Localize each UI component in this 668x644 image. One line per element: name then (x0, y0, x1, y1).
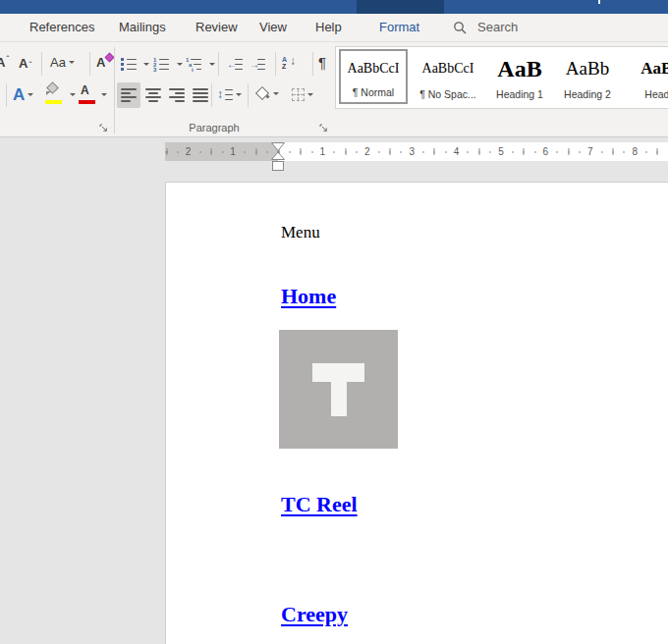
image-letter-t-stem (331, 363, 347, 416)
divider (41, 52, 42, 76)
clear-formatting-icon: A (96, 56, 105, 69)
link-home[interactable]: Home (281, 284, 336, 309)
text-effects-icon: A (13, 86, 25, 103)
paragraph-group-label: Paragraph (187, 122, 242, 134)
link-creepy[interactable]: Creepy (281, 602, 348, 627)
text-highlight-color-button[interactable] (45, 84, 63, 104)
chevron-down-icon (236, 93, 242, 96)
multilevel-list-button[interactable]: 1 a i (186, 57, 201, 71)
style-normal[interactable]: AaBbCcI ¶ Normal (339, 49, 408, 104)
indent-markers[interactable] (271, 142, 285, 172)
multilevel-list-icon: 1 a i (186, 57, 201, 71)
numbering-button[interactable]: 1 2 3 (153, 57, 169, 71)
chevron-down-icon[interactable] (209, 63, 215, 66)
ribbon: A ˆ A ˇ Aa A A (0, 42, 668, 137)
bullets-button[interactable] (121, 57, 137, 71)
style-preview: AaBbCcI (348, 51, 400, 86)
show-paragraph-marks-button[interactable]: ¶ (318, 55, 326, 70)
styles-gallery: AaBbCcI ¶ Normal AaBbCcI ¶ No Spac... Aa… (335, 46, 668, 109)
word-window: References Mailings Review View Help For… (0, 0, 668, 644)
search-box[interactable]: Search (477, 20, 518, 34)
line-spacing-button[interactable]: ↕ (217, 87, 242, 101)
document-page[interactable]: Menu Home TC Reel Creepy (165, 182, 668, 644)
style-heading-2[interactable]: AaBb Heading 2 (553, 49, 622, 104)
tab-mailings[interactable]: Mailings (119, 20, 166, 34)
document-area: 2 1 1 2 3 4 5 6 7 8 Menu Home TC Reel (0, 137, 668, 644)
align-center-button[interactable] (145, 88, 161, 102)
ribbon-tab-row: References Mailings Review View Help For… (0, 14, 668, 42)
style-preview: AaB (497, 49, 541, 88)
font-color-bar (79, 100, 95, 104)
borders-button[interactable] (292, 88, 313, 101)
caret-up-icon: ˆ (6, 55, 9, 64)
chevron-down-icon[interactable] (70, 93, 76, 96)
contextual-tab-header (357, 0, 444, 14)
ruler-number: 2 (184, 145, 194, 158)
title-bar (0, 0, 668, 14)
highlight-color-bar (45, 100, 62, 104)
divider (89, 52, 90, 76)
decrease-indent-button[interactable]: ← (227, 57, 243, 71)
tab-format[interactable]: Format (379, 20, 419, 34)
hanging-indent-marker (272, 152, 285, 160)
inline-image-placeholder[interactable] (279, 330, 398, 449)
style-preview: AaBb (566, 49, 609, 88)
tab-view[interactable]: View (259, 20, 287, 34)
justify-icon (193, 88, 208, 102)
text-effects-button[interactable]: A (13, 86, 33, 103)
justify-button[interactable] (193, 88, 208, 102)
paragraph-menu[interactable]: Menu (281, 223, 320, 242)
search-icon[interactable] (453, 21, 468, 35)
divider (312, 52, 313, 76)
sort-button[interactable]: A Z ↓ (282, 56, 298, 70)
divider (218, 52, 219, 76)
align-left-icon (121, 88, 137, 102)
change-case-button[interactable]: Aa (50, 56, 75, 69)
style-heading-1[interactable]: AaB Heading 1 (485, 49, 554, 104)
shading-button[interactable] (254, 86, 279, 101)
bullets-icon (121, 57, 137, 71)
tab-help[interactable]: Help (315, 20, 342, 34)
style-label: Heading 2 (564, 88, 611, 104)
chevron-down-icon (28, 93, 33, 96)
style-label: ¶ Normal (353, 86, 394, 102)
chevron-down-icon[interactable] (177, 63, 183, 66)
paragraph-dialog-launcher[interactable] (319, 124, 328, 133)
change-case-icon: Aa (50, 56, 66, 69)
align-left-button[interactable] (121, 88, 137, 102)
tab-references[interactable]: References (29, 20, 94, 34)
grow-font-button[interactable]: A ˆ (0, 56, 9, 69)
chevron-down-icon[interactable] (143, 63, 149, 66)
left-indent-marker (273, 162, 284, 171)
font-color-button[interactable]: A (79, 84, 96, 104)
divider (211, 83, 212, 107)
link-tc-reel[interactable]: TC Reel (281, 492, 358, 517)
ruler-number: 7 (585, 145, 595, 158)
sort-icon: A Z ↓ (282, 56, 298, 70)
align-right-button[interactable] (169, 88, 185, 102)
ruler-number: 4 (452, 145, 462, 158)
font-dialog-launcher[interactable] (99, 124, 108, 133)
ruler-number: 6 (541, 145, 551, 158)
style-preview: AaBbCcI (422, 49, 474, 88)
style-heading-3[interactable]: AaBb Headin (627, 49, 668, 104)
align-center-icon (145, 88, 161, 102)
tab-review[interactable]: Review (195, 20, 238, 34)
chevron-down-icon (273, 92, 279, 95)
paint-bucket-icon (254, 86, 270, 101)
line-spacing-icon: ↕ (217, 87, 233, 101)
font-color-icon: A (81, 84, 89, 96)
group-divider (114, 47, 115, 134)
ruler-number: 8 (630, 145, 640, 158)
divider (275, 52, 276, 76)
horizontal-ruler[interactable]: 2 1 1 2 3 4 5 6 7 8 (165, 142, 668, 161)
first-line-indent-marker (272, 143, 285, 151)
increase-indent-button[interactable]: → (250, 57, 265, 71)
style-no-spacing[interactable]: AaBbCcI ¶ No Spac... (414, 49, 482, 104)
align-right-icon (169, 88, 185, 102)
chevron-down-icon[interactable] (101, 93, 107, 96)
clear-formatting-button[interactable]: A (96, 56, 105, 69)
caret-down-icon: ˇ (28, 61, 31, 70)
decrease-indent-icon: ← (227, 57, 243, 71)
shrink-font-button[interactable]: A ˇ (19, 56, 31, 70)
